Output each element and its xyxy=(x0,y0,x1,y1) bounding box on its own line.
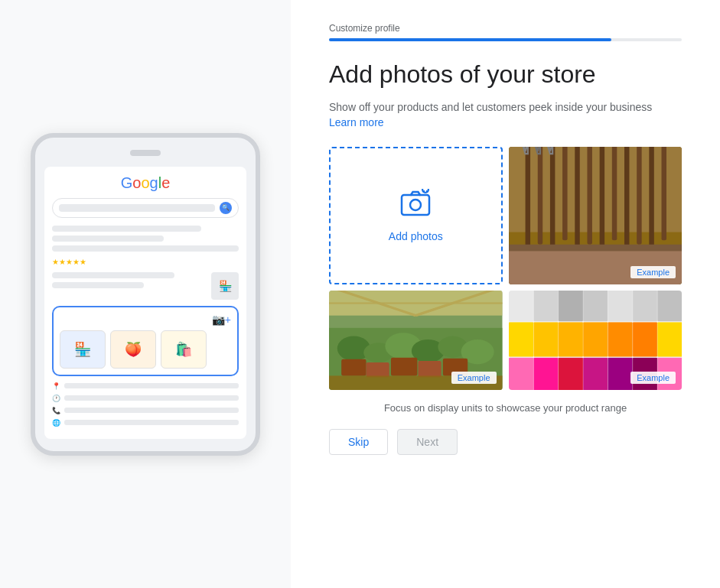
svg-rect-7 xyxy=(525,147,529,253)
svg-rect-20 xyxy=(509,245,683,252)
learn-more-link[interactable]: Learn more xyxy=(329,116,682,128)
svg-rect-35 xyxy=(391,358,418,376)
result-lines xyxy=(52,226,239,252)
search-bar-mock: 🔍 xyxy=(52,198,239,218)
business-row: 🏪 xyxy=(52,272,239,300)
svg-point-1 xyxy=(410,200,421,210)
add-photos-icon xyxy=(400,189,431,223)
globe-icon: 🌐 xyxy=(52,419,60,427)
svg-rect-8 xyxy=(537,147,542,245)
svg-rect-43 xyxy=(583,291,608,321)
add-photos-label: Add photos xyxy=(389,230,443,242)
phone-device: Google 🔍 ★ ★ ★ ★ ★ xyxy=(31,133,260,456)
svg-rect-14 xyxy=(611,147,616,240)
next-button[interactable]: Next xyxy=(397,429,458,455)
svg-rect-9 xyxy=(549,147,554,249)
thumb-food: 🍑 xyxy=(110,330,156,369)
svg-rect-50 xyxy=(583,323,608,357)
example-badge-1: Example xyxy=(630,266,676,278)
thumb-bag: 🛍️ xyxy=(161,330,207,369)
svg-rect-42 xyxy=(558,291,582,321)
svg-rect-12 xyxy=(587,147,591,245)
search-icon: 🔍 xyxy=(220,202,232,214)
phone-content: Google 🔍 ★ ★ ★ ★ ★ xyxy=(44,167,246,439)
svg-rect-41 xyxy=(533,291,558,321)
svg-rect-16 xyxy=(637,147,641,245)
svg-rect-57 xyxy=(583,358,608,390)
svg-rect-40 xyxy=(509,291,533,321)
svg-rect-58 xyxy=(608,358,632,390)
clock-icon: 🕐 xyxy=(52,395,60,402)
progress-section: Customize profile xyxy=(329,23,682,41)
svg-rect-47 xyxy=(509,323,533,357)
svg-rect-52 xyxy=(632,323,656,357)
camera-plus-icon: 📷+ xyxy=(212,313,231,326)
location-icon: 📍 xyxy=(52,382,60,390)
svg-rect-11 xyxy=(575,147,579,253)
svg-rect-36 xyxy=(418,361,441,378)
svg-rect-34 xyxy=(367,363,389,378)
svg-rect-45 xyxy=(632,291,656,321)
svg-rect-54 xyxy=(509,358,533,390)
add-photos-box[interactable]: Add photos xyxy=(329,147,503,284)
svg-rect-44 xyxy=(608,291,632,321)
svg-rect-33 xyxy=(341,359,366,376)
google-logo: Google xyxy=(52,174,239,192)
stars-row: ★ ★ ★ ★ ★ xyxy=(52,258,239,266)
svg-rect-49 xyxy=(558,323,582,357)
svg-rect-46 xyxy=(657,291,682,321)
svg-rect-56 xyxy=(558,358,582,390)
photos-grid: Add photos xyxy=(329,147,682,390)
example-photo-1: Example xyxy=(509,147,683,284)
svg-rect-13 xyxy=(599,147,604,249)
store-icon: 🏪 xyxy=(211,272,239,300)
phone-notch xyxy=(130,150,161,156)
example-photo-2: Example xyxy=(329,291,503,390)
svg-rect-0 xyxy=(402,195,429,215)
progress-label: Customize profile xyxy=(329,23,682,34)
example-badge-3: Example xyxy=(630,372,676,384)
hint-text: Focus on display units to showcase your … xyxy=(329,402,682,414)
svg-rect-48 xyxy=(533,323,558,357)
svg-rect-10 xyxy=(562,147,567,240)
svg-rect-6 xyxy=(509,147,683,232)
example-badge-2: Example xyxy=(451,372,497,384)
svg-rect-51 xyxy=(608,323,632,357)
right-panel: Customize profile Add photos of your sto… xyxy=(291,0,720,588)
page-title: Add photos of your store xyxy=(329,60,682,89)
skip-button[interactable]: Skip xyxy=(329,429,388,455)
description-text: Show off your products and let customers… xyxy=(329,101,682,113)
photo-thumbnails: 🏪 🍑 🛍️ xyxy=(60,330,231,369)
action-buttons: Skip Next xyxy=(329,429,682,455)
phone-icon: 📞 xyxy=(52,407,60,414)
photo-card: 📷+ 🏪 🍑 🛍️ xyxy=(52,306,239,376)
info-rows: 📍 🕐 📞 🌐 xyxy=(52,382,239,427)
svg-rect-53 xyxy=(657,323,682,357)
progress-bar-fill xyxy=(329,38,611,41)
thumb-store: 🏪 xyxy=(60,330,106,369)
phone-mockup-panel: Google 🔍 ★ ★ ★ ★ ★ xyxy=(0,0,291,588)
svg-rect-18 xyxy=(661,147,666,240)
svg-rect-55 xyxy=(533,358,558,390)
progress-bar-container xyxy=(329,38,682,41)
svg-rect-17 xyxy=(649,147,653,249)
svg-rect-15 xyxy=(624,147,629,253)
example-photo-3: Example xyxy=(509,291,683,390)
